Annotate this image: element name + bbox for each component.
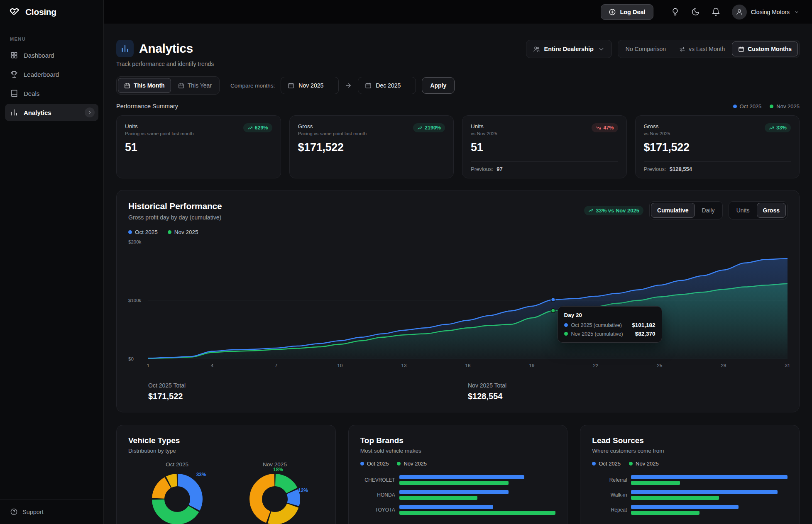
oct-bar[interactable]: [399, 490, 509, 494]
month-to-input[interactable]: Dec 2025: [358, 77, 416, 94]
bell-icon[interactable]: [712, 7, 720, 16]
nov-legend-dot: [770, 105, 773, 108]
chart-totals: Oct 2025 Total $171,522 Nov 2025 Total $…: [128, 382, 788, 401]
tooltip-row: Nov 2025 (cumulative) $82,370: [564, 331, 655, 337]
tab-custom-months[interactable]: Custom Months: [732, 41, 798, 56]
menu-section-label: MENU: [0, 24, 103, 46]
kpi-label: Units: [125, 123, 194, 129]
nov-bar[interactable]: [631, 481, 680, 485]
nov-total-value: $128,554: [468, 392, 788, 401]
top-brands-panel: Top Brands Most sold vehicle makes Oct 2…: [348, 425, 568, 524]
nov-bar[interactable]: [631, 511, 699, 515]
handshake-icon: [8, 6, 21, 18]
trending-up-icon: [417, 125, 423, 131]
page-title: Analytics: [139, 41, 193, 56]
dealership-selector[interactable]: Entire Dealership: [526, 40, 612, 58]
kpi-sublabel: vs Nov 2025: [644, 131, 670, 136]
donut-chart-oct[interactable]: 33%: [152, 473, 203, 524]
nov-legend-dot: [629, 462, 633, 466]
x-tick-label: 13: [401, 363, 407, 368]
sidebar-nav: Dashboard Leaderboard Deals Analytics: [0, 46, 103, 121]
brand-name: Closing: [25, 7, 56, 17]
kpi-sublabel: vs Nov 2025: [471, 131, 497, 136]
tab-cumulative[interactable]: Cumulative: [651, 203, 695, 218]
kpi-label: Gross: [644, 123, 670, 129]
sidebar-item-label: Deals: [24, 90, 39, 97]
line-chart[interactable]: Day 20 Oct 2025 (cumulative) $101,182 No…: [148, 242, 788, 359]
tab-no-comparison[interactable]: No Comparison: [619, 41, 672, 56]
nov-bar[interactable]: [399, 511, 556, 515]
panel-legend: Oct 2025 Nov 2025: [360, 461, 556, 467]
sidebar-item-analytics[interactable]: Analytics: [5, 104, 98, 121]
donut-callout: 33%: [196, 472, 206, 478]
nov-bar[interactable]: [399, 481, 509, 485]
main-content: Analytics Track performance and identify…: [104, 24, 812, 524]
nov-bar[interactable]: [399, 496, 477, 500]
kpi-card-gross-pacing: Gross Pacing vs same point last month 21…: [289, 115, 454, 178]
oct-bar[interactable]: [631, 490, 778, 494]
apply-button[interactable]: Apply: [422, 77, 455, 94]
donut-chart-nov[interactable]: 18% 12%: [249, 473, 301, 524]
panel-subtitle: Where customers come from: [592, 448, 788, 454]
historical-title: Historical Performance: [128, 201, 222, 211]
sidebar-item-dashboard[interactable]: Dashboard: [5, 46, 98, 64]
chart-legend: Oct 2025 Nov 2025: [128, 229, 788, 235]
x-tick-label: 31: [785, 363, 790, 368]
x-tick-label: 28: [721, 363, 726, 368]
tab-units[interactable]: Units: [730, 203, 756, 218]
oct-bar[interactable]: [399, 505, 493, 509]
chevron-down-icon: [598, 46, 605, 53]
trending-down-icon: [596, 125, 601, 131]
x-tick-label: 19: [529, 363, 535, 368]
brand-row-toyota: TOYOTA: [360, 505, 556, 515]
tab-daily[interactable]: Daily: [696, 203, 721, 218]
kpi-value: $171,522: [644, 141, 791, 154]
tab-vs-last-month[interactable]: vs Last Month: [673, 41, 731, 56]
x-tick-label: 1: [147, 363, 149, 368]
month-from-input[interactable]: Nov 2025: [281, 77, 339, 94]
tooltip-title: Day 20: [564, 312, 655, 318]
chevron-right-icon: [85, 107, 95, 117]
lightbulb-icon[interactable]: [671, 7, 680, 16]
kpi-value: $171,522: [298, 141, 445, 154]
oct-bar[interactable]: [631, 475, 788, 479]
account-name: Closing Motors: [751, 9, 790, 15]
oct-bar[interactable]: [631, 505, 739, 509]
x-tick-label: 22: [593, 363, 599, 368]
metric-tabs: Units Gross: [729, 201, 788, 219]
tab-this-year[interactable]: This Year: [172, 78, 218, 93]
tab-this-month[interactable]: This Month: [118, 78, 171, 93]
kpi-card-units-pacing: Units Pacing vs same point last month 62…: [116, 115, 281, 178]
log-deal-button[interactable]: Log Deal: [601, 4, 653, 20]
nov-bar[interactable]: [631, 496, 719, 500]
vehicle-types-panel: Vehicle Types Distribution by type Oct 2…: [116, 425, 336, 524]
chart-tooltip: Day 20 Oct 2025 (cumulative) $101,182 No…: [558, 306, 662, 343]
dashboard-grid-icon: [10, 51, 18, 59]
nov-legend-label: Nov 2025: [776, 103, 800, 110]
oct-legend-dot: [128, 230, 132, 234]
sidebar-item-deals[interactable]: Deals: [5, 85, 98, 102]
oct-legend-dot: [360, 462, 364, 466]
previous-value-row: Previous: $128,554: [644, 161, 791, 172]
account-menu[interactable]: Closing Motors: [732, 5, 800, 19]
tab-gross[interactable]: Gross: [757, 203, 786, 218]
x-axis: 1471013161922252831: [148, 363, 788, 371]
kpi-value: 51: [125, 141, 272, 154]
brand-row-honda: HONDA: [360, 490, 556, 500]
nov-legend-label: Nov 2025: [174, 229, 198, 235]
oct-bar[interactable]: [399, 475, 524, 479]
kpi-cards: Units Pacing vs same point last month 62…: [116, 115, 800, 178]
mode-tabs: Cumulative Daily: [649, 201, 723, 219]
y-tick-label: $200k: [128, 239, 141, 244]
topbar: Log Deal Closing Motors: [104, 0, 812, 24]
kpi-sublabel: Pacing vs same point last month: [125, 131, 194, 136]
period-tabs: This Month This Year: [116, 76, 220, 95]
analytics-chart-icon: [116, 40, 134, 57]
sidebar-item-leaderboard[interactable]: Leaderboard: [5, 66, 98, 83]
nov-legend-dot: [168, 230, 171, 234]
source-row-walkin: Walk-in: [592, 490, 788, 500]
brand-row-chevrolet: CHEVROLET: [360, 475, 556, 485]
moon-icon[interactable]: [691, 7, 700, 16]
trend-badge: 33%: [765, 123, 791, 132]
support-link[interactable]: Support: [0, 499, 103, 524]
